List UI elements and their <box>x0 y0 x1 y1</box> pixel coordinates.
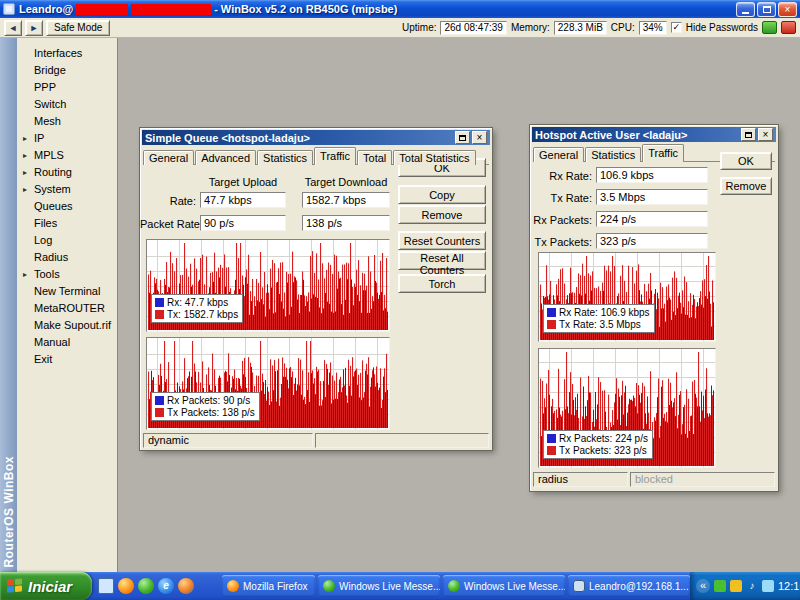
legend-color-swatch <box>155 408 164 417</box>
tray-expand-icon[interactable]: « <box>696 579 710 593</box>
queue-packet-legend: Rx Packets: 90 p/sTx Packets: 138 p/s <box>151 392 260 421</box>
status-green-icon[interactable] <box>762 21 777 34</box>
hotspot-field-label-tx-rate: Tx Rate: <box>530 192 592 204</box>
memory-label: Memory: <box>511 22 550 33</box>
shield-icon[interactable] <box>730 580 742 592</box>
main-toolbar: ◄ ► Safe Mode Uptime: 26d 08:47:39 Memor… <box>0 18 800 38</box>
forward-button[interactable]: ► <box>25 20 43 36</box>
maximize-button[interactable] <box>757 2 776 17</box>
safe-mode-button[interactable]: Safe Mode <box>46 20 110 36</box>
messenger-tray-icon[interactable] <box>714 580 726 592</box>
sidebar-item-make-supout-rif[interactable]: Make Supout.rif <box>17 317 117 334</box>
sidebar-item-switch[interactable]: Switch <box>17 96 117 113</box>
hotspot-button-ok[interactable]: OK <box>720 152 772 170</box>
queue-rate-chart: Rx: 47.7 kbpsTx: 1582.7 kbps <box>146 239 390 332</box>
sidebar-item-ppp[interactable]: PPP <box>17 79 117 96</box>
hotspot-window-titlebar[interactable]: Hotspot Active User <ladaju> × <box>532 127 776 142</box>
sidebar-item-new-terminal[interactable]: New Terminal <box>17 283 117 300</box>
queue-button-torch[interactable]: Torch <box>398 274 486 293</box>
legend-text: Tx Rate: 3.5 Mbps <box>559 319 641 330</box>
queue-button-remove[interactable]: Remove <box>398 205 486 224</box>
task-button-label: Leandro@192.168.1... <box>589 581 689 592</box>
sidebar-item-files[interactable]: Files <box>17 215 117 232</box>
sidebar-item-label: PPP <box>34 81 56 93</box>
hotspot-status-bar: radius blocked <box>533 472 775 487</box>
sidebar-item-ip[interactable]: ▸IP <box>17 130 117 147</box>
queue-tab-total-statistics[interactable]: Total Statistics <box>393 150 475 165</box>
maximize-icon <box>459 135 466 141</box>
internet-explorer-icon[interactable]: e <box>158 578 174 594</box>
task-button-leandro-192-168-1-3[interactable]: Leandro@192.168.1... <box>568 575 690 597</box>
back-icon: ◄ <box>9 23 18 33</box>
hotspot-close-button[interactable]: × <box>758 128 773 141</box>
queue-maximize-button[interactable] <box>455 131 470 144</box>
sidebar-item-exit[interactable]: Exit <box>17 351 117 368</box>
start-button[interactable]: Iniciar <box>0 572 92 600</box>
sidebar-item-manual[interactable]: Manual <box>17 334 117 351</box>
queue-tab-advanced[interactable]: Advanced <box>195 150 256 165</box>
hotspot-button-remove[interactable]: Remove <box>720 177 772 195</box>
sidebar-item-mesh[interactable]: Mesh <box>17 113 117 130</box>
task-button-windows-live-messe-2[interactable]: Windows Live Messe... <box>443 575 565 597</box>
sidebar-item-system[interactable]: ▸System <box>17 181 117 198</box>
sidebar-item-queues[interactable]: Queues <box>17 198 117 215</box>
sidebar-item-label: Queues <box>34 200 73 212</box>
sidebar-item-label: MetaROUTER <box>34 302 105 314</box>
legend-text: Rx Packets: 90 p/s <box>167 395 250 406</box>
hotspot-active-user-window: Hotspot Active User <ladaju> × GeneralSt… <box>530 125 778 491</box>
queue-tab-general[interactable]: General <box>143 150 194 165</box>
show-desktop-icon[interactable] <box>98 578 114 594</box>
hotspot-tab-traffic[interactable]: Traffic <box>642 144 684 162</box>
task-button-mozilla-firefox-0[interactable]: Mozilla Firefox <box>222 575 315 597</box>
forward-icon: ► <box>30 23 39 33</box>
rate-download-field: 1582.7 kbps <box>302 192 390 208</box>
sidebar-item-bridge[interactable]: Bridge <box>17 62 117 79</box>
hotspot-field-tx-packets: 323 p/s <box>596 233 708 249</box>
task-button-label: Windows Live Messe... <box>339 581 440 592</box>
sidebar-item-interfaces[interactable]: Interfaces <box>17 45 117 62</box>
submenu-arrow-icon: ▸ <box>23 181 27 198</box>
status-red-icon[interactable] <box>781 21 796 34</box>
media-player-icon[interactable] <box>178 578 194 594</box>
rate-upload-field: 47.7 kbps <box>200 192 286 208</box>
legend-row: Rx: 47.7 kbps <box>155 296 238 308</box>
sidebar-item-radius[interactable]: Radius <box>17 249 117 266</box>
hotspot-maximize-button[interactable] <box>741 128 756 141</box>
queue-tab-traffic[interactable]: Traffic <box>314 147 356 165</box>
hotspot-tab-statistics[interactable]: Statistics <box>585 147 641 162</box>
queue-rate-legend: Rx: 47.7 kbpsTx: 1582.7 kbps <box>151 294 243 323</box>
volume-icon[interactable]: ♪ <box>746 580 758 592</box>
queue-tab-total[interactable]: Total <box>357 150 392 165</box>
title-bar[interactable]: Leandro@ - WinBox v5.2 on RB450G (mipsbe… <box>0 0 800 18</box>
sidebar-item-mpls[interactable]: ▸MPLS <box>17 147 117 164</box>
queue-button-reset-counters[interactable]: Reset Counters <box>398 231 486 250</box>
hotspot-field-label-rx-packets: Rx Packets: <box>530 214 592 226</box>
queue-window-titlebar[interactable]: Simple Queue <hotspot-ladaju> × <box>142 130 490 145</box>
back-button[interactable]: ◄ <box>4 20 22 36</box>
sidebar-item-tools[interactable]: ▸Tools <box>17 266 117 283</box>
sidebar-item-routing[interactable]: ▸Routing <box>17 164 117 181</box>
legend-color-swatch <box>155 310 164 319</box>
hide-passwords-checkbox[interactable]: ✓ <box>671 22 682 33</box>
winbox-app-icon <box>3 3 15 15</box>
legend-text: Tx Packets: 323 p/s <box>559 445 647 456</box>
minimize-button[interactable] <box>736 2 755 17</box>
firefox-icon[interactable] <box>118 578 134 594</box>
legend-row: Tx Packets: 323 p/s <box>547 444 648 456</box>
queue-tab-statistics[interactable]: Statistics <box>257 150 313 165</box>
sidebar-item-metarouter[interactable]: MetaROUTER <box>17 300 117 317</box>
network-icon[interactable] <box>762 580 774 592</box>
hotspot-tab-general[interactable]: General <box>533 147 584 162</box>
mdi-workspace: Simple Queue <hotspot-ladaju> × GeneralA… <box>118 38 800 572</box>
sidebar-item-log[interactable]: Log <box>17 232 117 249</box>
winbox-icon <box>573 580 585 592</box>
legend-text: Rx: 47.7 kbps <box>167 297 228 308</box>
close-button[interactable]: × <box>778 2 797 17</box>
task-button-windows-live-messe-1[interactable]: Windows Live Messe... <box>318 575 440 597</box>
target-upload-header: Target Upload <box>200 176 286 188</box>
queue-button-copy[interactable]: Copy <box>398 185 486 204</box>
messenger-icon[interactable] <box>138 578 154 594</box>
queue-button-reset-all-counters[interactable]: Reset All Counters <box>398 251 486 270</box>
sidebar-menu: InterfacesBridgePPPSwitchMesh▸IP▸MPLS▸Ro… <box>17 38 118 572</box>
queue-close-button[interactable]: × <box>472 131 487 144</box>
